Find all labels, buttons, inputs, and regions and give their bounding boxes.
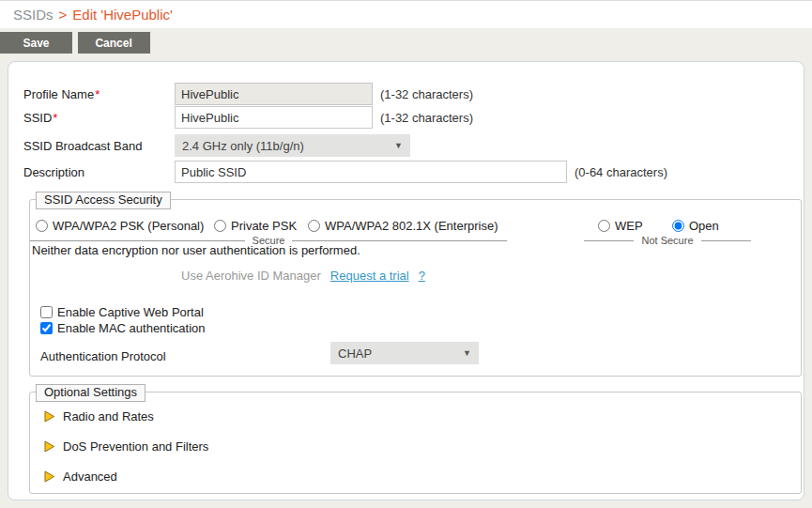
help-link[interactable]: ? [419, 269, 425, 283]
save-button[interactable]: Save [0, 32, 72, 54]
radio-label: WPA/WPA2 802.1X (Enterprise) [325, 219, 498, 233]
radio-wpa-wpa2-psk[interactable]: WPA/WPA2 PSK (Personal) [36, 219, 204, 233]
page-title: Edit 'HivePublic' [72, 7, 173, 23]
ssid-row: SSID* (1-32 characters) [23, 106, 794, 129]
select-value: 2.4 GHz only (11b/g/n) [182, 139, 304, 153]
profile-name-label-text: Profile Name [23, 87, 94, 101]
radio-input[interactable] [214, 220, 226, 232]
radio-input[interactable] [672, 220, 684, 232]
broadcast-band-row: SSID Broadcast Band 2.4 GHz only (11b/g/… [23, 134, 794, 157]
broadcast-band-label: SSID Broadcast Band [23, 139, 175, 153]
radio-label: Open [689, 219, 719, 233]
enable-mac-authentication-checkbox[interactable]: Enable MAC authentication [40, 321, 206, 335]
radio-open[interactable]: Open [672, 219, 719, 233]
description-input[interactable] [175, 161, 567, 183]
radio-input[interactable] [36, 220, 48, 232]
optional-settings-legend: Optional Settings [36, 384, 146, 402]
chevron-down-icon: ▼ [463, 348, 471, 358]
ssid-label: SSID* [23, 111, 175, 125]
optional-item-advanced[interactable]: Advanced [43, 470, 117, 484]
ssid-hint: (1-32 characters) [380, 111, 473, 125]
profile-name-label: Profile Name* [23, 87, 175, 101]
radio-label: Private PSK [231, 219, 297, 233]
checkbox-label: Enable MAC authentication [57, 321, 206, 335]
id-manager-text: Use Aerohive ID Manager [181, 269, 321, 283]
required-asterisk: * [95, 87, 100, 101]
separator-line [701, 240, 751, 241]
breadcrumb-section-ssids[interactable]: SSIDs [13, 7, 54, 23]
separator-line [584, 240, 634, 241]
id-manager-row: Use Aerohive ID Manager Request a trial … [181, 269, 425, 283]
radio-input[interactable] [598, 220, 610, 232]
request-trial-link[interactable]: Request a trial [330, 269, 409, 283]
ssid-input[interactable] [175, 106, 373, 129]
checkbox-input[interactable] [40, 322, 53, 334]
main-panel: Profile Name* (1-32 characters) SSID* (1… [8, 61, 804, 500]
enable-captive-web-portal-checkbox[interactable]: Enable Captive Web Portal [40, 305, 204, 319]
radio-label: WEP [615, 219, 643, 233]
cancel-button[interactable]: Cancel [78, 32, 150, 54]
toolbar: Save Cancel [0, 28, 812, 61]
description-hint: (0-64 characters) [575, 165, 667, 179]
expand-triangle-icon [43, 440, 55, 453]
select-value: CHAP [338, 346, 372, 361]
breadcrumb-separator: > [59, 7, 68, 23]
required-asterisk: * [53, 111, 57, 125]
optional-item-dos-prevention[interactable]: DoS Prevention and Filters [43, 439, 208, 454]
not-secure-group-label: Not Secure [641, 235, 693, 246]
expand-triangle-icon [43, 470, 55, 483]
profile-name-row: Profile Name* (1-32 characters) [23, 83, 794, 105]
not-secure-group-separator: Not Secure [584, 235, 751, 246]
checkbox-label: Enable Captive Web Portal [57, 305, 204, 319]
radio-label: WPA/WPA2 PSK (Personal) [53, 219, 204, 233]
optional-item-label: Advanced [63, 470, 117, 484]
ssid-access-security-section: SSID Access Security WPA/WPA2 PSK (Perso… [29, 199, 802, 377]
ssid-label-text: SSID [23, 111, 52, 125]
optional-item-radio-and-rates[interactable]: Radio and Rates [43, 409, 154, 423]
authentication-protocol-select[interactable]: CHAP ▼ [330, 342, 479, 364]
description-label: Description [23, 165, 175, 179]
chevron-down-icon: ▼ [394, 141, 403, 150]
radio-input[interactable] [308, 220, 320, 232]
optional-settings-section: Optional Settings Radio and Rates DoS Pr… [29, 392, 802, 494]
description-row: Description (0-64 characters) [23, 161, 794, 183]
breadcrumb: SSIDs > Edit 'HivePublic' [0, 0, 812, 28]
optional-item-label: Radio and Rates [63, 409, 154, 423]
security-status-text: Neither data encryption nor user authent… [32, 243, 360, 257]
authentication-protocol-label: Authentication Protocol [40, 349, 166, 363]
radio-wpa-wpa2-8021x[interactable]: WPA/WPA2 802.1X (Enterprise) [308, 219, 498, 233]
ssid-broadcast-band-select[interactable]: 2.4 GHz only (11b/g/n) ▼ [175, 134, 410, 157]
radio-wep[interactable]: WEP [598, 219, 643, 233]
optional-item-label: DoS Prevention and Filters [63, 439, 208, 454]
ssid-access-security-legend: SSID Access Security [36, 192, 171, 209]
checkbox-input[interactable] [40, 306, 53, 318]
separator-line [30, 240, 245, 241]
profile-name-hint: (1-32 characters) [380, 87, 473, 101]
expand-triangle-icon [43, 410, 55, 423]
profile-name-input[interactable] [175, 83, 373, 105]
separator-line [292, 240, 507, 241]
radio-private-psk[interactable]: Private PSK [214, 219, 297, 233]
